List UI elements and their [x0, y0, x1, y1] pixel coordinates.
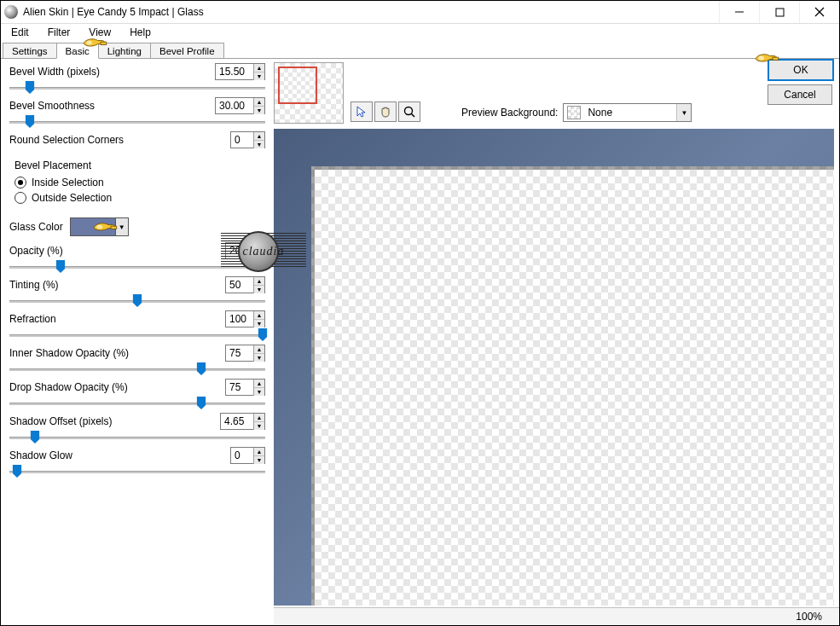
round-corners-label: Round Selection Corners [9, 134, 124, 146]
refraction-label: Refraction [9, 313, 56, 325]
opacity-spinner[interactable]: 20 ▲▼ [225, 242, 265, 259]
param-refraction: Refraction 100 ▲▼ [9, 311, 265, 342]
close-icon [814, 7, 825, 17]
spinner-up-icon[interactable]: ▲ [254, 243, 264, 252]
bevel-width-spinner[interactable]: 15.50 ▲▼ [215, 63, 265, 80]
opacity-slider[interactable] [9, 260, 265, 274]
spinner-down-icon[interactable]: ▼ [254, 72, 264, 80]
ok-button[interactable]: OK [768, 59, 834, 81]
spinner-up-icon[interactable]: ▲ [254, 64, 264, 72]
spinner-down-icon[interactable]: ▼ [254, 354, 264, 362]
bevel-width-label: Bevel Width (pixels) [9, 66, 100, 78]
spinner-up-icon[interactable]: ▲ [254, 345, 264, 354]
radio-inside-selection[interactable]: Inside Selection [14, 175, 265, 190]
spinner-down-icon[interactable]: ▼ [254, 286, 264, 293]
bevel-smoothness-slider[interactable] [9, 115, 265, 129]
preview-thumbnail[interactable] [274, 62, 344, 124]
bevel-smoothness-spinner[interactable]: 30.00 ▲▼ [215, 97, 265, 114]
tool-pointer-button[interactable] [350, 101, 373, 122]
title-bar: Alien Skin | Eye Candy 5 Impact | Glass [1, 1, 839, 24]
magnifier-icon [403, 105, 416, 119]
menu-edit[interactable]: Edit [6, 25, 34, 40]
bevel-width-value[interactable]: 15.50 [216, 66, 253, 78]
param-bevel-smoothness: Bevel Smoothness 30.00 ▲▼ [9, 98, 265, 129]
round-corners-spinner[interactable]: 0 ▲▼ [230, 131, 265, 148]
glass-color-swatch[interactable] [70, 217, 116, 236]
glass-color-dropdown[interactable]: ▼ [116, 217, 129, 236]
spinner-up-icon[interactable]: ▲ [254, 311, 264, 320]
refraction-spinner[interactable]: 100 ▲▼ [225, 310, 265, 327]
spinner-down-icon[interactable]: ▼ [254, 141, 264, 148]
param-glass-color: Glass Color ▼ [9, 217, 265, 236]
tab-basic[interactable]: Basic [56, 43, 99, 59]
menu-bar: Edit Filter View Help [1, 24, 839, 41]
shadow-offset-spinner[interactable]: 4.65 ▲▼ [220, 413, 265, 430]
inner-shadow-slider[interactable] [9, 362, 265, 376]
preview-area[interactable] [274, 129, 834, 606]
preview-background-select[interactable]: None ▼ [563, 103, 692, 122]
spinner-up-icon[interactable]: ▲ [254, 448, 264, 456]
pointer-icon [355, 105, 368, 119]
svg-point-4 [405, 107, 413, 115]
param-shadow-glow: Shadow Glow 0 ▲▼ [9, 448, 265, 478]
cancel-button[interactable]: Cancel [768, 84, 832, 105]
drop-shadow-slider[interactable] [9, 397, 265, 410]
settings-panel: Bevel Width (pixels) 15.50 ▲▼ Bevel Smoo… [1, 59, 274, 625]
maximize-icon [775, 8, 785, 17]
refraction-slider[interactable] [9, 328, 265, 342]
spinner-up-icon[interactable]: ▲ [254, 132, 264, 141]
radio-outside-label: Outside Selection [32, 192, 112, 204]
param-shadow-offset: Shadow Offset (pixels) 4.65 ▲▼ [9, 414, 265, 444]
menu-filter[interactable]: Filter [43, 25, 76, 40]
close-button[interactable] [799, 1, 839, 23]
inner-shadow-spinner[interactable]: 75 ▲▼ [225, 345, 265, 362]
tab-settings[interactable]: Settings [3, 43, 57, 58]
app-icon [4, 5, 18, 19]
drop-shadow-value[interactable]: 75 [226, 381, 253, 393]
menu-help[interactable]: Help [125, 25, 156, 40]
shadow-offset-value[interactable]: 4.65 [221, 415, 253, 427]
spinner-down-icon[interactable]: ▼ [254, 252, 264, 259]
spinner-down-icon[interactable]: ▼ [254, 320, 264, 327]
spinner-down-icon[interactable]: ▼ [254, 388, 264, 396]
shadow-offset-label: Shadow Offset (pixels) [9, 415, 113, 427]
shadow-glow-spinner[interactable]: 0 ▲▼ [230, 447, 265, 464]
round-corners-value[interactable]: 0 [231, 134, 253, 146]
refraction-value[interactable]: 100 [226, 313, 253, 325]
bevel-smoothness-value[interactable]: 30.00 [216, 100, 253, 112]
maximize-button[interactable] [759, 1, 799, 23]
spinner-down-icon[interactable]: ▼ [254, 422, 264, 430]
tab-lighting[interactable]: Lighting [98, 43, 151, 58]
inner-shadow-label: Inner Shadow Opacity (%) [9, 347, 129, 359]
menu-view[interactable]: View [84, 25, 116, 40]
minimize-button[interactable] [719, 1, 759, 23]
tinting-value[interactable]: 50 [226, 279, 253, 291]
shadow-offset-slider[interactable] [9, 431, 265, 444]
tinting-slider[interactable] [9, 294, 265, 308]
checker-icon [567, 106, 581, 119]
glass-color-label: Glass Color [9, 221, 63, 233]
tab-bevel-profile[interactable]: Bevel Profile [150, 43, 224, 58]
radio-outside-selection[interactable]: Outside Selection [14, 190, 265, 206]
spinner-down-icon[interactable]: ▼ [254, 107, 264, 114]
opacity-value[interactable]: 20 [226, 245, 253, 257]
bevel-smoothness-label: Bevel Smoothness [9, 100, 95, 112]
drop-shadow-label: Drop Shadow Opacity (%) [9, 381, 128, 393]
spinner-up-icon[interactable]: ▲ [254, 277, 264, 286]
tool-zoom-button[interactable] [398, 101, 420, 122]
spinner-up-icon[interactable]: ▲ [254, 98, 264, 107]
zoom-level: 100% [796, 611, 822, 623]
inner-shadow-value[interactable]: 75 [226, 347, 253, 359]
shadow-glow-value[interactable]: 0 [231, 449, 253, 461]
param-tinting: Tinting (%) 50 ▲▼ [9, 277, 265, 308]
spinner-up-icon[interactable]: ▲ [254, 380, 264, 388]
tool-hand-button[interactable] [374, 101, 397, 122]
tinting-spinner[interactable]: 50 ▲▼ [225, 276, 265, 293]
drop-shadow-spinner[interactable]: 75 ▲▼ [225, 379, 265, 396]
spinner-up-icon[interactable]: ▲ [254, 414, 264, 422]
bevel-width-slider[interactable] [9, 81, 265, 95]
shadow-glow-slider[interactable] [9, 465, 265, 478]
opacity-label: Opacity (%) [9, 245, 63, 257]
spinner-down-icon[interactable]: ▼ [254, 456, 264, 464]
preview-background-label: Preview Background: [461, 107, 558, 119]
